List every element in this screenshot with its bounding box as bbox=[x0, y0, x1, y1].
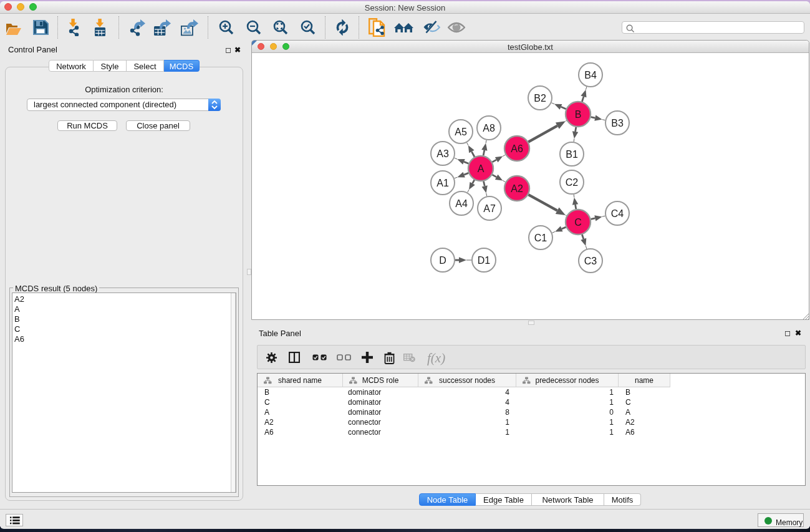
svg-text:B: B bbox=[575, 109, 582, 120]
svg-text:B2: B2 bbox=[534, 93, 546, 104]
svg-text:A6: A6 bbox=[511, 143, 523, 154]
svg-text:A7: A7 bbox=[483, 203, 496, 214]
svg-text:A4: A4 bbox=[455, 198, 468, 209]
svg-text:A: A bbox=[478, 163, 485, 174]
svg-text:C2: C2 bbox=[566, 177, 579, 188]
svg-text:C3: C3 bbox=[584, 256, 597, 266]
svg-text:D: D bbox=[439, 255, 446, 266]
svg-text:B1: B1 bbox=[566, 149, 578, 160]
svg-text:A8: A8 bbox=[483, 123, 495, 133]
svg-text:B3: B3 bbox=[611, 118, 624, 128]
svg-text:D1: D1 bbox=[478, 255, 491, 266]
svg-text:A1: A1 bbox=[436, 178, 449, 188]
svg-text:C4: C4 bbox=[611, 208, 624, 219]
svg-text:B4: B4 bbox=[584, 70, 597, 80]
svg-text:A2: A2 bbox=[511, 183, 523, 194]
svg-text:A5: A5 bbox=[455, 127, 467, 137]
svg-text:A3: A3 bbox=[436, 148, 449, 159]
svg-text:C: C bbox=[574, 217, 582, 228]
svg-text:C1: C1 bbox=[534, 233, 547, 243]
